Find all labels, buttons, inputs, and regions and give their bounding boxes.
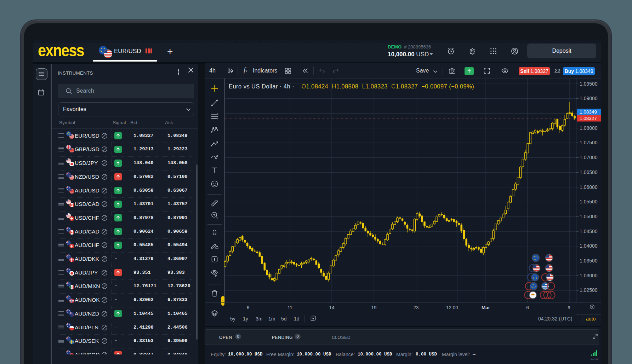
- svg-text:1.09000: 1.09000: [580, 96, 598, 101]
- svg-text:1.08000: 1.08000: [580, 125, 598, 131]
- svg-text:1.07500: 1.07500: [580, 140, 598, 145]
- svg-text:1.07000: 1.07000: [580, 155, 598, 160]
- svg-text:1.06500: 1.06500: [580, 169, 598, 175]
- svg-text:1.02500: 1.02500: [580, 287, 598, 293]
- svg-text:1.04000: 1.04000: [580, 243, 598, 249]
- svg-text:1.09500: 1.09500: [580, 81, 598, 87]
- svg-text:1.03000: 1.03000: [580, 273, 598, 278]
- svg-text:1.06000: 1.06000: [580, 184, 598, 190]
- svg-text:1.05500: 1.05500: [580, 199, 598, 204]
- svg-text:1.04500: 1.04500: [580, 229, 598, 234]
- svg-text:1.05000: 1.05000: [580, 214, 598, 219]
- svg-text:1.08349: 1.08349: [580, 109, 597, 115]
- svg-text:1.03500: 1.03500: [580, 258, 598, 264]
- svg-text:1.08327: 1.08327: [580, 116, 597, 121]
